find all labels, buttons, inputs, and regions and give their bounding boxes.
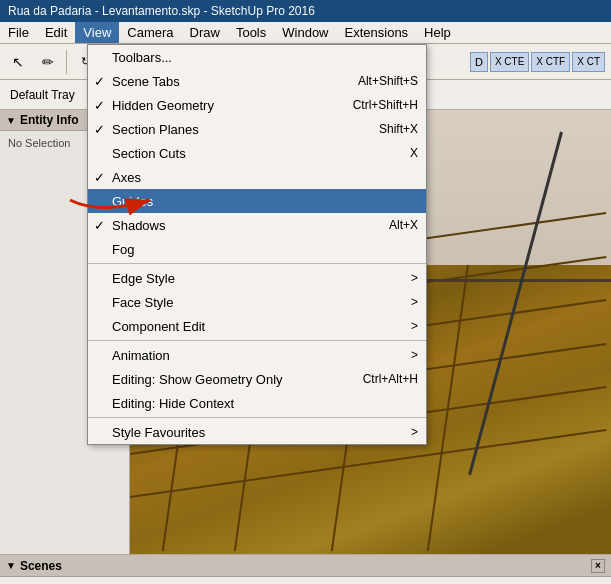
- scenes-next-btn[interactable]: ▶: [577, 578, 605, 584]
- menu-window[interactable]: Window: [274, 22, 336, 43]
- no-selection-text: No Selection: [4, 135, 125, 151]
- main-area: ▼ Entity Info No Selection: [0, 110, 611, 554]
- menu-bar: File Edit View Camera Draw Tools Window …: [0, 22, 611, 44]
- menu-view[interactable]: View: [75, 22, 119, 43]
- wall-line: [130, 279, 611, 282]
- menu-draw[interactable]: Draw: [182, 22, 228, 43]
- toolbar-sep2: [133, 50, 134, 74]
- scenes-panel-header[interactable]: ▼ Scenes ×: [0, 555, 611, 577]
- board-line6: [130, 429, 606, 498]
- menu-edit[interactable]: Edit: [37, 22, 75, 43]
- menu-help[interactable]: Help: [416, 22, 459, 43]
- menu-tools[interactable]: Tools: [228, 22, 274, 43]
- toolbar-sep3: [216, 50, 217, 74]
- left-panel: ▼ Entity Info No Selection: [0, 110, 130, 554]
- select-tool-btn[interactable]: ↖: [4, 48, 32, 76]
- scenes-save-btn[interactable]: 💾: [545, 578, 573, 584]
- scenes-add-btn[interactable]: +: [38, 578, 66, 584]
- board-sep1: [162, 265, 204, 551]
- entity-info-header: ▼ Entity Info: [0, 110, 129, 131]
- orbit-tool-btn[interactable]: ↻: [71, 48, 99, 76]
- board-line4: [130, 343, 606, 412]
- title-bar: Rua da Padaria - Levantamento.skp - Sket…: [0, 0, 611, 22]
- pan-tool-btn[interactable]: ✋: [101, 48, 129, 76]
- menu-extensions[interactable]: Extensions: [337, 22, 417, 43]
- toolbar-right-tag-xctf[interactable]: X CTF: [531, 52, 570, 72]
- scenes-collapse-triangle[interactable]: ▼: [6, 560, 16, 571]
- board-line3: [130, 299, 606, 368]
- toolbar-row1: ↖ ✏ ↻ ✋ X CLA XO D X CTE X CTF X CT: [0, 44, 611, 80]
- scenes-close-btn[interactable]: ×: [591, 559, 605, 573]
- scenes-move-right-btn[interactable]: ↓: [481, 578, 509, 584]
- scenes-refresh-btn[interactable]: ↺: [6, 578, 34, 584]
- sky-area: [130, 110, 611, 288]
- toolbar-right-tag-xcte[interactable]: X CTE: [490, 52, 529, 72]
- toolbar-tag-xo[interactable]: XO: [184, 52, 210, 72]
- toolbar-tag-xcla[interactable]: X CLA: [138, 52, 180, 72]
- floor-area: [130, 265, 611, 554]
- viewport-bg: [130, 110, 611, 554]
- scenes-list-btn[interactable]: ≡: [513, 578, 541, 584]
- board-line5: [130, 386, 606, 455]
- scenes-move-left-btn[interactable]: ↑: [449, 578, 477, 584]
- entity-info-content: No Selection: [0, 131, 129, 554]
- viewport[interactable]: [130, 110, 611, 554]
- toolbar-sep1: [66, 50, 67, 74]
- scenes-toolbar: ↺ + − ↑ ↓ ≡ 💾 ▶: [0, 577, 611, 584]
- scenes-label: Scenes: [20, 559, 62, 573]
- toolbar-right-tag-xct[interactable]: X CT: [572, 52, 605, 72]
- entity-info-label: Entity Info: [20, 113, 79, 127]
- menu-file[interactable]: File: [0, 22, 37, 43]
- scenes-remove-btn[interactable]: −: [70, 578, 98, 584]
- paint-tool-btn[interactable]: ✏: [34, 48, 62, 76]
- toolbar-row2: Default Tray: [0, 80, 611, 110]
- board-sep3: [330, 265, 372, 551]
- toolbar-right-tag-d[interactable]: D: [470, 52, 488, 72]
- collapse-triangle[interactable]: ▼: [6, 115, 16, 126]
- menu-camera[interactable]: Camera: [119, 22, 181, 43]
- default-tray-label: Default Tray: [4, 88, 81, 102]
- bottom-panel: ▼ Scenes × ↺ + − ↑ ↓ ≡ 💾 ▶: [0, 554, 611, 584]
- title-text: Rua da Padaria - Levantamento.skp - Sket…: [8, 4, 315, 18]
